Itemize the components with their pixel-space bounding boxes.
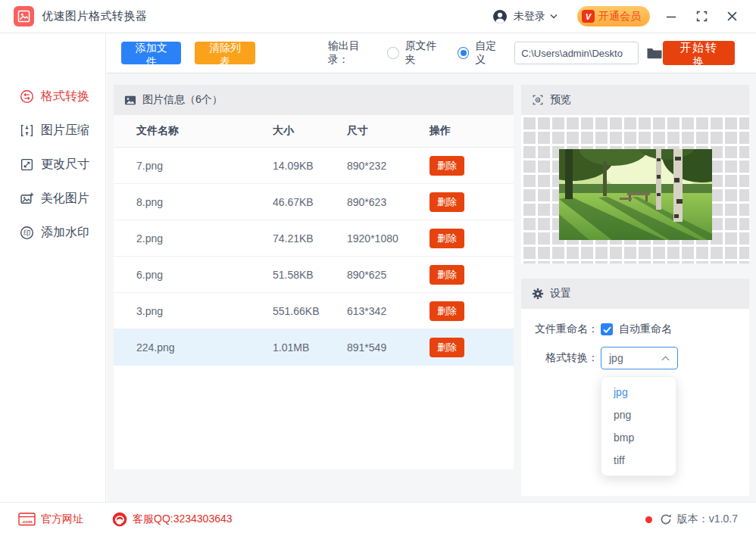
table-row[interactable]: 7.png 14.09KB 890*232 删除 [114, 148, 514, 184]
sidebar-item-label: 图片压缩 [41, 123, 89, 139]
radio-original-folder-label[interactable]: 原文件夹 [405, 39, 445, 67]
resize-icon [20, 157, 34, 172]
table-row[interactable]: 8.png 46.67KB 890*623 删除 [114, 184, 514, 220]
login-status[interactable]: 未登录 [514, 10, 545, 23]
dropdown-option-tiff[interactable]: tiff [601, 449, 676, 472]
file-size: 46.67KB [273, 196, 347, 208]
image-info-icon [124, 95, 136, 106]
delete-button[interactable]: 删除 [430, 156, 464, 176]
dropdown-option-jpg[interactable]: jpg [601, 381, 676, 404]
support-qq-label: 客服QQ:3234303643 [133, 513, 233, 526]
start-convert-button[interactable]: 开始转换 [663, 41, 735, 65]
vip-button-label: 开通会员 [598, 10, 641, 23]
file-name: 7.png [114, 160, 273, 172]
support-qq-link[interactable]: 客服QQ:3234303643 [112, 512, 233, 527]
file-name: 224.png [114, 341, 273, 354]
sidebar-item-format-convert[interactable]: 格式转换 [0, 79, 105, 114]
svg-text:.com: .com [21, 519, 32, 524]
format-convert-icon [20, 89, 34, 104]
file-size: 74.21KB [273, 232, 347, 245]
chevron-up-icon [661, 356, 670, 361]
statusbar: .com 官方网址 客服QQ:3234303643 版本：v1.0.7 [0, 502, 756, 536]
settings-header: 设置 [521, 279, 749, 309]
file-name: 2.png [114, 232, 273, 245]
minimize-button[interactable] [662, 8, 680, 26]
svg-text:印: 印 [23, 229, 31, 237]
beautify-icon [20, 192, 34, 206]
file-dims: 1920*1080 [347, 232, 430, 245]
delete-button[interactable]: 删除 [430, 192, 464, 212]
vip-icon: V [582, 10, 595, 23]
maximize-button[interactable] [692, 8, 711, 26]
format-label: 格式转换： [535, 351, 598, 365]
add-files-button[interactable]: 添加文件 [121, 42, 181, 64]
file-name: 6.png [114, 269, 273, 281]
preview-title: 预览 [550, 93, 571, 107]
dropdown-option-png[interactable]: png [601, 404, 676, 426]
preview-eye-icon [532, 94, 544, 106]
output-path-input[interactable] [514, 42, 639, 64]
clear-list-button[interactable]: 清除列表 [195, 42, 255, 64]
preview-image [559, 149, 712, 240]
file-dims: 890*623 [347, 196, 430, 208]
radio-custom-folder[interactable] [458, 47, 469, 59]
sidebar-item-beautify[interactable]: 美化图片 [0, 182, 105, 216]
refresh-icon[interactable] [660, 513, 672, 525]
delete-button[interactable]: 删除 [430, 229, 464, 248]
auto-rename-checkbox[interactable] [601, 323, 613, 335]
official-website-link[interactable]: .com 官方网址 [18, 513, 83, 526]
format-dropdown-menu: jpg png bmp tiff [601, 376, 676, 476]
image-compress-icon [20, 123, 34, 138]
radio-custom-folder-label[interactable]: 自定义 [475, 39, 505, 67]
website-icon: .com [18, 513, 36, 526]
col-dims: 尺寸 [347, 124, 430, 138]
chevron-down-icon[interactable] [550, 14, 558, 19]
status-dot [645, 516, 652, 523]
sidebar: 格式转换 图片压缩 更改尺寸 美化图片 印 添加水印 [0, 33, 106, 502]
toolbar: 添加文件 清除列表 输出目录： 原文件夹 自定义 开始转换 [107, 33, 756, 73]
titlebar: 优速图片格式转换器 未登录 V 开通会员 [0, 0, 756, 33]
table-row[interactable]: 6.png 51.58KB 890*625 删除 [114, 257, 514, 293]
format-select-value: jpg [609, 352, 623, 364]
app-title: 优速图片格式转换器 [42, 9, 148, 23]
auto-rename-label[interactable]: 自动重命名 [619, 323, 672, 336]
delete-button[interactable]: 删除 [430, 338, 464, 357]
sidebar-item-image-compress[interactable]: 图片压缩 [0, 114, 105, 148]
vip-button[interactable]: V 开通会员 [577, 6, 650, 26]
dropdown-option-bmp[interactable]: bmp [601, 426, 676, 449]
app-window: 优速图片格式转换器 未登录 V 开通会员 [0, 0, 756, 536]
file-size: 51.58KB [273, 269, 347, 281]
table-row[interactable]: 3.png 551.66KB 613*342 删除 [114, 293, 514, 329]
file-dims: 891*549 [347, 341, 430, 354]
file-list-title: 图片信息（6个） [142, 93, 223, 107]
col-filename: 文件名称 [114, 124, 273, 138]
table-column-header: 文件名称 大小 尺寸 操作 [114, 115, 514, 148]
transparency-checkerboard [521, 115, 749, 263]
close-button[interactable] [723, 8, 741, 26]
file-size: 551.66KB [273, 305, 347, 317]
sidebar-item-watermark[interactable]: 印 添加水印 [0, 216, 105, 250]
format-select[interactable]: jpg [601, 347, 678, 369]
browse-folder-icon[interactable] [646, 46, 663, 60]
file-dims: 890*232 [347, 160, 430, 172]
settings-title: 设置 [550, 287, 571, 301]
file-dims: 613*342 [347, 305, 430, 317]
file-name: 3.png [114, 305, 273, 317]
sidebar-item-resize[interactable]: 更改尺寸 [0, 148, 105, 182]
table-row[interactable]: 2.png 74.21KB 1920*1080 删除 [114, 220, 514, 257]
sidebar-item-label: 更改尺寸 [41, 157, 89, 173]
file-size: 1.01MB [273, 341, 347, 354]
version-label: 版本：v1.0.7 [677, 513, 738, 526]
delete-button[interactable]: 删除 [430, 301, 464, 321]
col-size: 大小 [273, 124, 347, 138]
file-dims: 890*625 [347, 269, 430, 281]
watermark-icon: 印 [20, 226, 34, 240]
delete-button[interactable]: 删除 [430, 265, 464, 285]
preview-header: 预览 [521, 85, 749, 115]
sidebar-item-label: 格式转换 [41, 89, 89, 104]
table-row-selected[interactable]: 224.png 1.01MB 891*549 删除 [114, 329, 514, 366]
user-avatar-icon[interactable] [492, 9, 508, 24]
preview-panel: 预览 [521, 85, 749, 263]
radio-original-folder[interactable] [387, 47, 398, 59]
gear-icon [532, 288, 544, 300]
